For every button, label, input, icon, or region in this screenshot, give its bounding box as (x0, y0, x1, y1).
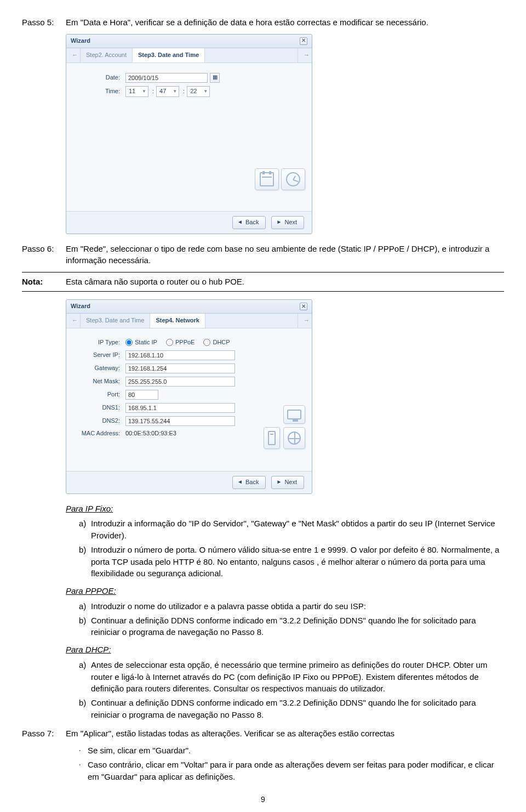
time-sec-select[interactable]: 22▼ (187, 86, 210, 97)
back-button-label: Back (245, 478, 259, 487)
radio-dhcp-input[interactable] (203, 339, 210, 346)
chevron-down-icon: ▼ (203, 88, 208, 95)
dns2-label: DNS2: (76, 417, 125, 425)
list-marker: a) (79, 659, 91, 695)
mac-value: 00:0E:53:0D:93:E3 (125, 429, 176, 438)
step6-text: Em "Rede", seleccionar o tipo de rede co… (66, 243, 504, 267)
time-hour-value: 11 (129, 87, 135, 96)
step7-text: Em "Aplicar", estão listadas todas as al… (66, 728, 504, 740)
tab-prev-arrow-icon[interactable]: ← (66, 48, 81, 63)
arrow-left-icon: ◄ (237, 478, 243, 486)
step6-label: Passo 6: (22, 243, 66, 267)
bullet-icon: ‧ (79, 759, 88, 783)
nota-text: Esta câmara não suporta o router ou o hu… (66, 276, 244, 288)
back-button[interactable]: ◄Back (232, 476, 266, 489)
nota-label: Nota: (22, 276, 66, 288)
time-hour-select[interactable]: 11▼ (125, 86, 148, 97)
time-sep1: : (150, 87, 156, 96)
close-icon[interactable]: ✕ (300, 37, 307, 45)
radio-static-input[interactable] (125, 339, 133, 346)
tab-step3b[interactable]: Step3. Date and Time (81, 314, 150, 328)
wizard-date-time: Wizard ✕ ← Step2. Account Step3. Date an… (66, 34, 312, 234)
tab-step2[interactable]: Step2. Account (81, 48, 133, 63)
next-button-label: Next (284, 218, 297, 227)
iptype-label: IP Type: (76, 338, 125, 347)
list-marker: b) (79, 615, 91, 639)
ipfixo-b: Introduzir o número de porta. O número v… (91, 544, 504, 580)
radio-pppoe[interactable]: PPPoE (166, 338, 195, 347)
mac-label: MAC Address: (76, 429, 125, 438)
page-number: 9 (22, 794, 504, 805)
dns1-label: DNS1: (76, 404, 125, 412)
back-button[interactable]: ◄Back (232, 216, 266, 229)
step7-label: Passo 7: (22, 728, 66, 740)
calendar-art-icon (255, 168, 279, 190)
dhcp-heading: Para DHCP: (66, 644, 504, 656)
tab-step4[interactable]: Step4. Network (150, 314, 205, 328)
gateway-label: Gateway: (76, 364, 125, 373)
pppoe-heading: Para PPPOE: (66, 585, 504, 597)
wizard-network: Wizard ✕ ← Step3. Date and Time Step4. N… (66, 299, 312, 494)
gateway-input[interactable] (125, 364, 235, 373)
serverip-input[interactable] (125, 350, 235, 360)
port-label: Port: (76, 390, 125, 399)
dns2-input[interactable] (125, 416, 235, 426)
time-sep2: : (181, 87, 187, 96)
wizard1-title: Wizard (71, 37, 90, 46)
chevron-down-icon: ▼ (142, 88, 146, 95)
date-input[interactable] (125, 73, 208, 83)
passo7-b1: Se sim, clicar em "Guardar". (88, 745, 504, 757)
dhcp-b: Continuar a definição DDNS conforme indi… (91, 697, 504, 721)
arrow-right-icon: ► (276, 478, 282, 486)
chevron-down-icon: ▼ (173, 88, 177, 95)
serverip-label: Server IP: (76, 351, 125, 360)
ipfixo-heading: Para IP Fixo: (66, 503, 504, 515)
clock-art-icon (281, 168, 305, 190)
ipfixo-a: Introduzir a informação do "IP do Servid… (91, 518, 504, 542)
radio-static-lbl: Static IP (135, 338, 157, 347)
next-button[interactable]: ►Next (271, 476, 304, 489)
time-label: Time: (76, 87, 125, 96)
dns1-input[interactable] (125, 403, 235, 413)
radio-pppoe-lbl: PPPoE (175, 338, 195, 347)
time-min-value: 47 (159, 87, 166, 96)
arrow-right-icon: ► (276, 218, 282, 226)
monitor-art-icon (283, 405, 305, 424)
arrow-left-icon: ◄ (237, 218, 243, 226)
list-marker: b) (79, 544, 91, 580)
close-icon[interactable]: ✕ (300, 303, 307, 310)
netmask-input[interactable] (125, 377, 235, 387)
radio-dhcp-lbl: DHCP (213, 338, 230, 347)
globe-art-icon (283, 427, 305, 449)
radio-dhcp[interactable]: DHCP (203, 338, 230, 347)
dhcp-a: Antes de seleccionar esta opção, é neces… (91, 659, 504, 695)
port-input[interactable] (125, 390, 158, 400)
step5-text: Em "Data e Hora", verificar se a definiç… (66, 16, 504, 29)
tab-prev-arrow-icon[interactable]: ← (66, 314, 81, 328)
tower-art-icon (264, 427, 280, 449)
pppoe-a: Introduzir o nome do utilizador e a pala… (91, 600, 504, 612)
radio-pppoe-input[interactable] (166, 339, 173, 346)
list-marker: b) (79, 697, 91, 721)
netmask-label: Net Mask: (76, 377, 125, 386)
tab-next-arrow-icon[interactable]: → (298, 314, 312, 328)
list-marker: a) (79, 600, 91, 612)
pppoe-b: Continuar a definição DDNS conforme indi… (91, 615, 504, 639)
calendar-icon[interactable]: ▦ (210, 73, 220, 83)
tab-step3[interactable]: Step3. Date and Time (133, 48, 205, 63)
date-label: Date: (76, 73, 125, 82)
list-marker: a) (79, 518, 91, 542)
time-sec-value: 22 (190, 87, 197, 96)
radio-static[interactable]: Static IP (125, 338, 157, 347)
step5-label: Passo 5: (22, 16, 66, 29)
next-button-label: Next (284, 478, 297, 487)
time-min-select[interactable]: 47▼ (156, 86, 179, 97)
wizard2-title: Wizard (71, 302, 90, 311)
next-button[interactable]: ►Next (271, 216, 304, 229)
bullet-icon: ‧ (79, 745, 88, 757)
tab-next-arrow-icon[interactable]: → (298, 48, 312, 63)
passo7-b2: Caso contrário, clicar em "Voltar" para … (88, 759, 504, 783)
back-button-label: Back (245, 218, 259, 227)
